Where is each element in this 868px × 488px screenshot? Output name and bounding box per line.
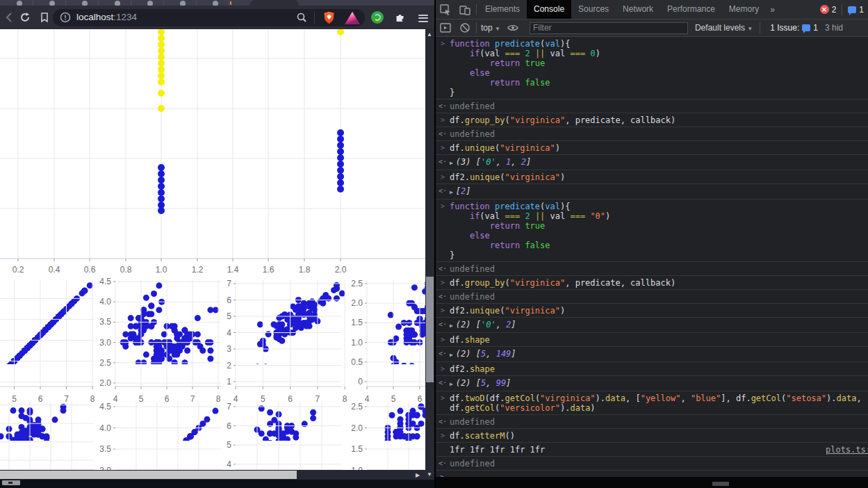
tab-elements[interactable]: Elements [478,0,527,19]
extensions-puzzle-icon[interactable] [394,11,406,23]
svg-text:5: 5 [12,394,17,404]
console-entry-text: undefined [450,292,495,302]
console-entry-gutter: > [436,335,450,345]
back-icon[interactable] [4,12,15,23]
divider [476,22,477,33]
svg-text:5: 5 [227,440,231,450]
live-expression-eye-icon[interactable] [507,22,518,33]
browser-window: localhost:1234 0.20.40.60.81.01.21.41.61… [0,0,434,488]
tab-separator [131,1,131,6]
tab-console[interactable]: Console [527,0,571,19]
context-selector[interactable]: top ▼ [481,23,500,33]
clear-console-icon[interactable] [459,22,470,33]
svg-text:5: 5 [227,311,231,321]
svg-text:1: 1 [227,377,231,387]
console-entry-gutter: <· [436,157,450,168]
svg-text:6: 6 [227,295,231,305]
svg-text:1.2: 1.2 [192,265,204,275]
console-entry-text: undefined [450,101,495,111]
console-entry-gutter: > [436,278,450,288]
console-entry-text: df.unique("virginica") [450,143,560,153]
tab-close-icon[interactable] [180,1,186,6]
svg-text:6: 6 [38,394,43,404]
active-tab[interactable] [250,0,299,6]
scatter-points [158,29,344,214]
svg-text:5: 5 [139,394,144,404]
tab-memory[interactable]: Memory [722,0,766,19]
filter-input[interactable] [530,22,688,34]
tab-close-icon[interactable] [49,1,55,6]
console-entry: <·undefined [436,290,868,304]
site-info-icon[interactable] [60,12,71,23]
more-tabs-icon[interactable]: » [770,5,775,15]
tab-sources[interactable]: Sources [571,0,616,19]
url-text[interactable]: localhost:1234 [76,12,137,22]
console-scrollbar-thumb[interactable] [712,482,729,486]
tab-close-icon[interactable] [82,1,88,6]
message-badge[interactable]: 1 [848,5,864,15]
console-entry: <·undefined [436,99,868,113]
tab-strip[interactable] [0,0,434,6]
menu-icon[interactable] [418,13,428,24]
svg-text:2.0: 2.0 [351,298,363,308]
bookmark-icon[interactable] [39,12,50,23]
bat-triangle-icon[interactable] [345,12,360,24]
issues-icon [802,24,810,31]
console-sidebar-icon[interactable] [440,22,451,33]
device-toolbar-icon[interactable] [459,4,470,15]
tab-close-icon[interactable] [147,1,153,6]
console-entry-text: 1fr 1fr 1fr 1fr 1fr [450,445,545,455]
scroll-right-icon[interactable]: ▶ [416,472,420,478]
console-entry-text: undefined [450,264,495,274]
zoom-icon[interactable] [296,12,307,23]
svg-text:2.0: 2.0 [99,378,111,388]
console-entry-gutter: <· [436,264,450,274]
inspect-element-icon[interactable] [440,4,451,15]
log-levels-dropdown[interactable]: Default levels ▼ [695,23,753,33]
svg-text:0.5: 0.5 [351,357,363,367]
console-entry-text: undefined [450,459,495,469]
svg-text:2.5: 2.5 [351,402,363,412]
vertical-scrollbar-thumb[interactable] [426,277,434,382]
divider [842,4,842,15]
tab-performance[interactable]: Performance [660,0,722,19]
divider [760,22,760,33]
reload-icon[interactable] [19,12,31,23]
issues-button[interactable]: 1 Issue:1 [770,23,818,33]
scroll-up-icon[interactable]: ▲ [427,31,432,38]
svg-text:4: 4 [227,328,231,338]
console-log[interactable]: >function predicate(val){ if(val === 2 |… [436,37,868,477]
tab-network[interactable]: Network [616,0,660,19]
address-bar[interactable]: localhost:1234 [53,9,365,26]
horizontal-scrollbar-thumb[interactable] [0,471,297,479]
console-entry-gutter: > [436,115,450,125]
console-entry-gutter: <· [436,101,450,111]
hidden-messages-count: 3 hid [825,23,849,33]
tab-close-icon[interactable] [115,1,120,6]
devtools-tabbar: ElementsConsoleSourcesNetworkPerformance… [436,0,868,19]
svg-text:1.8: 1.8 [299,265,311,275]
console-entry-text: ▶(2) [5, 99] [450,378,511,389]
console-entry: <·▶[2] [436,184,868,200]
console-entry-text: function predicate(val){ if(val === 2 ||… [450,202,610,260]
svg-text:4.0: 4.0 [99,423,111,433]
console-bottom-scrollbar[interactable] [436,477,868,488]
svg-text:5: 5 [391,394,396,404]
tab-close-icon[interactable] [213,1,218,6]
vertical-scrollbar[interactable]: ▲ ▼ [425,29,434,480]
console-entry-gutter: > [436,431,450,441]
svg-text:4: 4 [365,394,370,404]
console-entry: <·undefined [436,415,868,429]
brave-shield-icon[interactable] [322,11,336,24]
horizontal-scrollbar[interactable]: ▶ [0,470,425,480]
console-entry-text: undefined [450,129,495,139]
svg-text:4: 4 [113,394,118,404]
console-entry: <·undefined [436,127,868,141]
tab-separator [229,1,229,6]
source-link[interactable]: plots.ts: [826,445,868,455]
console-entry: >df.unique("virginica") [436,141,868,155]
scroll-down-icon[interactable]: ▼ [427,471,432,478]
download-manager-icon[interactable] [371,11,384,24]
tab-close-icon[interactable] [17,1,22,6]
error-badge[interactable]: ✕2 [820,5,837,15]
